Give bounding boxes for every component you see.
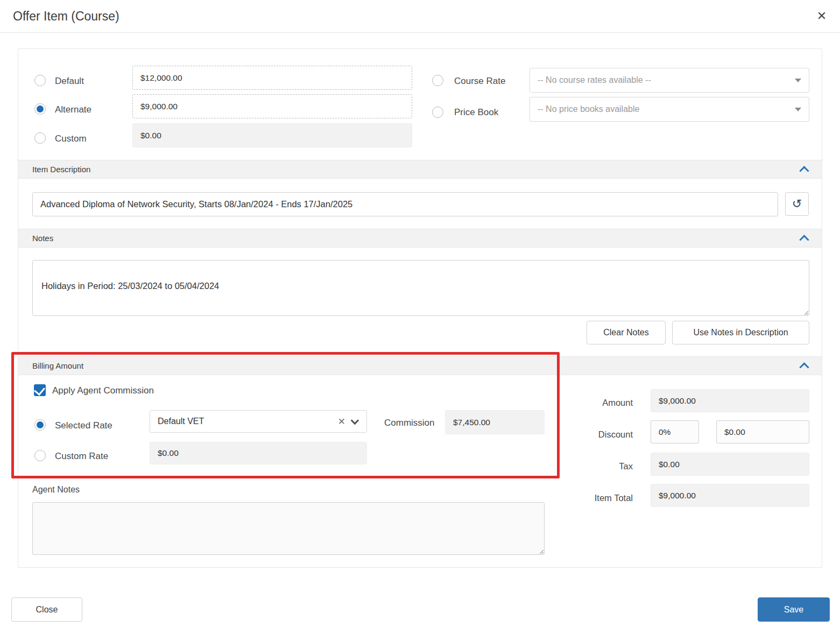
apply-agent-commission-checkbox[interactable] — [34, 384, 46, 396]
commission-rate-select-value: Default VET — [158, 417, 335, 426]
item-description-section-header: Item Description — [18, 160, 822, 179]
tax-label: Tax — [552, 461, 633, 471]
save-button[interactable]: Save — [758, 597, 830, 622]
discount-amount-input[interactable] — [716, 420, 809, 443]
tax-input — [651, 453, 809, 476]
billing-amount-title: Billing Amount — [32, 357, 83, 375]
notes-section-header: Notes — [18, 229, 822, 248]
radio-course-rate[interactable] — [432, 75, 443, 86]
item-total-label: Item Total — [552, 493, 633, 503]
clear-selection-icon[interactable]: ✕ — [338, 416, 345, 427]
amount-input — [651, 389, 809, 412]
custom-rate-label: Custom Rate — [55, 451, 108, 462]
alternate-price-input[interactable] — [132, 94, 412, 118]
commission-rate-select[interactable]: Default VET ✕ — [150, 410, 367, 433]
agent-notes-label: Agent Notes — [32, 485, 80, 495]
page-title: Offer Item (Course) — [13, 0, 119, 33]
custom-rate-input — [150, 442, 367, 464]
apply-agent-commission-label: Apply Agent Commission — [52, 385, 154, 396]
radio-alternate-price[interactable] — [34, 103, 46, 115]
alternate-price-label: Alternate — [55, 104, 91, 115]
item-description-title: Item Description — [32, 160, 90, 179]
notes-title: Notes — [32, 229, 53, 248]
billing-amount-section-header: Billing Amount — [18, 356, 822, 375]
custom-price-label: Custom — [55, 133, 87, 144]
course-rate-select[interactable]: -- No course rates available -- — [530, 68, 809, 93]
amount-label: Amount — [552, 398, 633, 408]
price-book-select-value: -- No price books available — [538, 104, 790, 114]
radio-price-book[interactable] — [432, 107, 443, 118]
custom-price-input — [132, 123, 412, 147]
discount-percent-input[interactable] — [651, 420, 699, 443]
radio-custom-price[interactable] — [34, 132, 46, 144]
restore-description-button[interactable]: ↺ — [785, 192, 809, 216]
clear-notes-button[interactable]: Clear Notes — [587, 321, 666, 344]
agent-notes-textarea[interactable] — [32, 502, 545, 555]
chevron-up-icon[interactable] — [799, 166, 809, 175]
price-book-label: Price Book — [454, 107, 498, 118]
commission-value-input — [445, 410, 545, 434]
history-icon: ↺ — [792, 197, 802, 210]
default-price-input[interactable] — [132, 66, 412, 90]
default-price-label: Default — [55, 76, 84, 87]
chevron-up-icon[interactable] — [799, 235, 809, 244]
radio-custom-rate[interactable] — [34, 450, 46, 461]
course-rate-label: Course Rate — [454, 76, 505, 87]
use-notes-in-description-button[interactable]: Use Notes in Description — [672, 321, 809, 344]
chevron-down-icon — [795, 79, 801, 82]
price-book-select[interactable]: -- No price books available — [530, 97, 809, 122]
notes-textarea[interactable]: Holidays in Period: 25/03/2024 to 05/04/… — [32, 260, 809, 316]
offer-item-panel: Default Alternate Custom Course Rate -- … — [18, 48, 822, 568]
commission-label: Commission — [384, 418, 435, 428]
chevron-up-icon[interactable] — [799, 362, 809, 372]
item-description-input[interactable] — [32, 192, 778, 216]
chevron-down-icon — [351, 416, 359, 425]
course-rate-select-value: -- No course rates available -- — [538, 75, 790, 85]
modal-header: Offer Item (Course) ✕ — [0, 0, 840, 33]
close-button[interactable]: Close — [11, 597, 82, 622]
item-total-input — [651, 484, 809, 507]
radio-selected-rate[interactable] — [34, 419, 46, 431]
radio-default-price[interactable] — [34, 75, 46, 86]
close-icon[interactable]: ✕ — [813, 8, 830, 25]
chevron-down-icon — [795, 108, 801, 111]
selected-rate-label: Selected Rate — [55, 420, 112, 431]
discount-label: Discount — [552, 429, 633, 440]
